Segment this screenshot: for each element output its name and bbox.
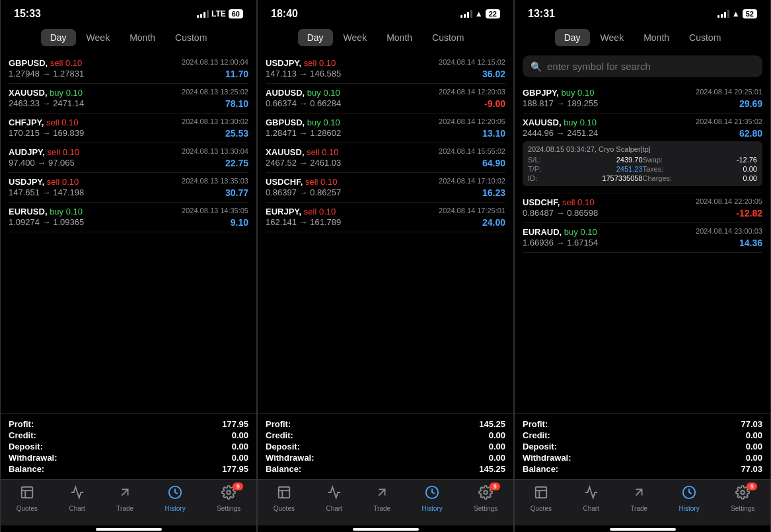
nav-item-settings[interactable]: 9 Settings [217,485,240,512]
nav-item-chart[interactable]: Chart [69,485,85,512]
trade-item[interactable]: USDJPY, sell 0.10 2024.08.13 13:35:03 14… [9,173,248,203]
trade-item[interactable]: EURUSD, buy 0.10 2024.08.13 14:35:05 1.0… [9,203,248,232]
search-icon: 🔍 [531,61,542,72]
trade-item[interactable]: GBPUSD, buy 0.10 2024.08.14 12:20:05 1.2… [266,114,505,143]
nav-label-history: History [422,505,443,512]
trade-item[interactable]: EURJPY, sell 0.10 2024.08.14 17:25:01 16… [266,203,505,232]
trade-direction: buy 0.10 [50,207,83,216]
trade-item[interactable]: CHFJPY, sell 0.10 2024.08.13 13:30:02 17… [9,114,248,143]
nav-item-trade[interactable]: Trade [373,485,390,512]
trade-direction: buy 0.10 [307,88,340,98]
credit-value: 0.00 [232,430,248,440]
credit-label: Credit: [266,430,293,440]
nav-icon-quotes [20,485,34,503]
status-time: 13:31 [528,8,555,20]
trade-item[interactable]: GBPUSD, sell 0.10 2024.08.13 12:00:04 1.… [9,54,248,84]
status-time: 15:33 [14,8,41,20]
withdrawal-label: Withdrawal: [523,453,571,463]
nav-item-trade[interactable]: Trade [630,485,647,512]
sl-label: S/L: [528,156,541,164]
tab-month[interactable]: Month [634,29,679,46]
nav-item-chart[interactable]: Chart [326,485,342,512]
bottom-nav: Quotes Chart Trade [515,479,770,525]
profit-label: Profit: [523,419,548,429]
svg-rect-12 [536,487,547,498]
nav-icon-trade [632,485,646,503]
nav-badge: 9 [490,482,500,490]
tab-month[interactable]: Month [377,29,422,46]
summary: Profit: 145.25 Credit: 0.00 Deposit: 0.0… [258,413,513,479]
tab-day[interactable]: Day [555,29,590,46]
trade-item[interactable]: EURAUD, buy 0.10 2024.08.14 23:00:03 1.6… [523,223,762,253]
tab-custom[interactable]: Custom [166,29,216,46]
trade-profit: 25.53 [225,128,248,139]
phone-phone3: 13:31 ▲52 DayWeekMonthCustom 🔍 GBPJPY, b… [514,0,771,532]
tab-selector: DayWeekMonthCustom [1,24,256,51]
trade-item[interactable]: USDCHF, sell 0.10 2024.08.14 22:20:05 0.… [523,193,762,223]
tab-week[interactable]: Week [77,29,120,46]
trade-pair: AUDUSD, buy 0.10 [266,88,340,98]
trade-item[interactable]: USDJPY, sell 0.10 2024.08.14 12:15:02 14… [266,54,505,84]
trade-date: 2024.08.13 13:30:04 [182,147,248,155]
trade-item[interactable]: AUDUSD, buy 0.10 2024.08.14 12:20:03 0.6… [266,84,505,114]
nav-badge: 9 [747,482,757,490]
tab-week[interactable]: Week [591,29,634,46]
trade-prices: 1.28471 → 1.28602 [266,128,341,138]
trade-direction: buy 0.10 [562,88,595,98]
nav-label-history: History [165,505,186,512]
trade-date: 2024.08.14 23:00:03 [696,227,762,235]
deposit-label: Deposit: [266,442,300,451]
id-label: ID: [528,174,537,182]
trade-direction: sell 0.10 [304,58,336,68]
trade-item[interactable]: XAUUSD, sell 0.10 2024.08.14 15:55:02 24… [266,143,505,173]
tab-week[interactable]: Week [334,29,377,46]
tab-custom[interactable]: Custom [680,29,730,46]
trade-detail-box: 2024.08.15 03:34:27, Cryo Scalper[tp] S/… [523,141,762,186]
search-input[interactable] [547,61,754,72]
nav-item-quotes[interactable]: Quotes [274,485,295,512]
trade-profit: 78.10 [225,98,248,109]
tab-month[interactable]: Month [120,29,165,46]
deposit-value: 0.00 [232,442,248,451]
nav-item-history[interactable]: History [422,485,443,512]
nav-icon-chart [327,485,342,503]
nav-item-quotes[interactable]: Quotes [17,485,38,512]
nav-label-chart: Chart [583,505,599,512]
trade-date: 2024.08.13 12:00:04 [182,58,248,66]
status-icons: LTE60 [197,9,243,18]
trade-item[interactable]: USDCHF, sell 0.10 2024.08.14 17:10:02 0.… [266,173,505,203]
trade-prices: 1.66936 → 1.67154 [523,238,598,248]
tab-day[interactable]: Day [298,29,333,46]
nav-item-settings[interactable]: 9 Settings [731,485,754,512]
phone-phone1: 15:33 LTE60 DayWeekMonthCustom GBPUSD, s… [0,0,257,532]
trade-prices: 147.651 → 147.198 [9,187,84,197]
nav-item-history[interactable]: History [679,485,700,512]
nav-item-history[interactable]: History [165,485,186,512]
charges-label: Charges: [643,174,673,182]
nav-item-chart[interactable]: Chart [583,485,599,512]
tab-custom[interactable]: Custom [423,29,473,46]
profit-value: 77.03 [741,419,762,429]
trade-profit: 13.10 [482,128,505,139]
nav-item-quotes[interactable]: Quotes [531,485,552,512]
trade-pair: XAUUSD, buy 0.10 [523,117,597,127]
svg-point-17 [741,490,745,494]
trade-item[interactable]: XAUUSD, buy 0.10 2024.08.14 21:35:02 244… [523,114,762,193]
tab-day[interactable]: Day [41,29,76,46]
withdrawal-value: 0.00 [489,453,505,463]
trade-direction: sell 0.10 [304,207,336,216]
tp-value: 2451.23 [616,165,643,173]
trade-item[interactable]: AUDJPY, sell 0.10 2024.08.13 13:30:04 97… [9,143,248,173]
nav-item-settings[interactable]: 9 Settings [474,485,497,512]
trade-prices: 1.09274 → 1.09365 [9,217,84,227]
trade-item[interactable]: XAUUSD, buy 0.10 2024.08.13 13:25:02 246… [9,84,248,114]
trade-item[interactable]: GBPJPY, buy 0.10 2024.08.14 20:25:01 188… [523,84,762,114]
trade-date: 2024.08.14 12:20:03 [439,88,505,96]
tab-selector: DayWeekMonthCustom [258,24,513,51]
nav-item-trade[interactable]: Trade [116,485,133,512]
trade-prices: 0.66374 → 0.66284 [266,98,341,108]
nav-label-settings: Settings [474,505,497,512]
deposit-value: 0.00 [746,442,762,451]
status-time: 18:40 [271,8,298,20]
nav-label-trade: Trade [116,505,133,512]
